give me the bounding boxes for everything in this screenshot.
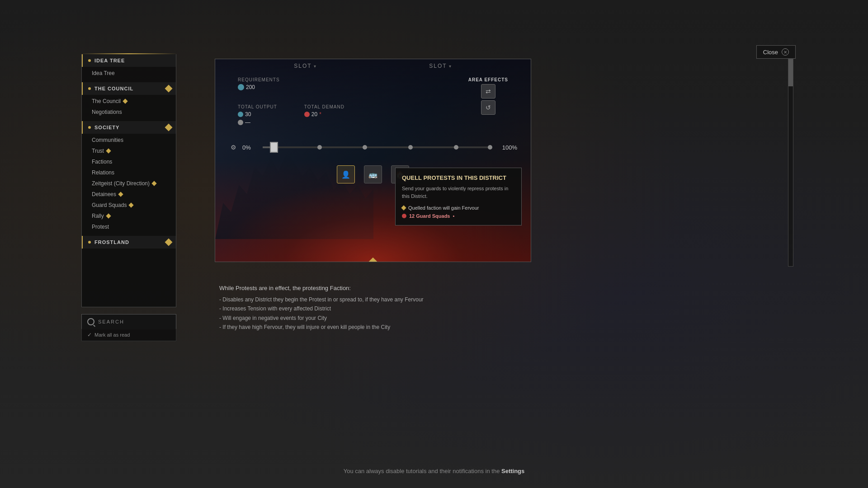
requirements-number: 200 — [246, 84, 255, 90]
sidebar-header-idea-tree: IDEA TREE — [82, 54, 176, 67]
tooltip-effect-row: Quelled faction will gain Fervour — [402, 205, 515, 211]
slider-dot-4 — [454, 145, 458, 150]
total-output-value: 30 — [238, 111, 277, 117]
sidebar-item-negotiations[interactable]: Negotiations — [82, 107, 176, 117]
sidebar-item-label-trust: Trust — [92, 148, 104, 154]
section-divider-1 — [82, 79, 176, 82]
search-bar[interactable]: SEARCH — [81, 314, 176, 329]
slider-handle[interactable] — [270, 142, 278, 153]
area-effect-icon-2: ↺ — [481, 100, 495, 115]
action-icon-transport[interactable]: 🚌 — [364, 165, 382, 183]
sidebar-item-label-guard-squads: Guard Squads — [92, 202, 127, 208]
total-output-secondary: — — [238, 119, 277, 126]
bus-icon: 🚌 — [368, 170, 377, 179]
sidebar-section-society: SOCIETY Communities Trust Factions Relat… — [82, 121, 176, 232]
sidebar-section-frostland: FROSTLAND — [82, 236, 176, 249]
total-output-section: TOTAL OUTPUT 30 — — [238, 104, 277, 126]
sidebar-header-society: SOCIETY — [82, 121, 176, 134]
tooltip-title: QUELL PROTESTS IN THIS DISTRICT — [402, 174, 515, 181]
slider-dot-1 — [317, 145, 322, 150]
frostland-diamond-icon — [165, 239, 173, 246]
sidebar-header-council: THE COUNCIL — [82, 82, 176, 95]
slot-left-label: SLOT ▾ — [294, 63, 316, 69]
society-diamond-icon — [165, 124, 173, 131]
close-label: Close — [763, 49, 778, 56]
guard-squads-diamond — [129, 202, 134, 207]
slider-track[interactable] — [263, 146, 490, 148]
sidebar-item-label-communities: Communities — [92, 137, 123, 143]
area-effects-label: AREA EFFECTS — [468, 77, 508, 82]
sidebar-item-trust[interactable]: Trust — [82, 145, 176, 156]
slot-right-text: SLOT — [429, 63, 447, 69]
sidebar-item-label-protest: Protest — [92, 224, 109, 230]
action-icon-person[interactable]: 👤 — [337, 165, 355, 183]
person-icon: 👤 — [341, 170, 350, 179]
sidebar-item-factions[interactable]: Factions — [82, 156, 176, 167]
requirements-section: REQUIREMENTS 200 — [238, 77, 280, 90]
area-effects-section: AREA EFFECTS ⇄ ↺ — [468, 77, 508, 115]
demand-number: 20 — [311, 111, 317, 117]
slot-right-label: SLOT ▾ — [429, 63, 452, 69]
description-line-1: - Disables any District they begin the P… — [219, 295, 527, 304]
council-diamond-icon — [165, 85, 173, 93]
sidebar-item-label-negotiations: Negotiations — [92, 109, 122, 115]
area-effect-icon-1: ⇄ — [481, 84, 495, 99]
search-label: SEARCH — [98, 319, 124, 324]
tooltip-effect-text: Quelled faction will gain Fervour — [408, 205, 479, 211]
sidebar-item-label-detainees: Detainees — [92, 191, 116, 197]
slider-pct-left: 0% — [242, 144, 258, 151]
scrollbar[interactable] — [788, 59, 793, 267]
demand-icon — [304, 112, 310, 117]
tooltip-cost-dot — [402, 214, 406, 218]
section-dot-society — [88, 126, 91, 129]
sidebar-item-the-council[interactable]: The Council — [82, 96, 176, 107]
output-demand-row: TOTAL OUTPUT 30 — TOTAL DEMAND 20 * — [238, 104, 344, 126]
scrollbar-thumb[interactable] — [788, 59, 793, 86]
sidebar-item-detainees[interactable]: Detainees — [82, 189, 176, 200]
sidebar-item-rally[interactable]: Rally — [82, 211, 176, 221]
settings-link[interactable]: Settings — [501, 468, 524, 474]
sidebar-item-protest[interactable]: Protest — [82, 221, 176, 232]
total-demand-section: TOTAL DEMAND 20 * — [304, 104, 344, 126]
total-demand-value: 20 * — [304, 111, 344, 117]
game-panel: SLOT ▾ SLOT ▾ REQUIREMENTS 200 AREA EFFE… — [215, 59, 531, 262]
output-icon — [238, 112, 243, 117]
game-image-area: SLOT ▾ SLOT ▾ REQUIREMENTS 200 AREA EFFE… — [215, 59, 531, 262]
sidebar-section-council: THE COUNCIL The Council Negotiations — [82, 82, 176, 117]
sidebar-item-relations[interactable]: Relations — [82, 167, 176, 178]
search-icon — [87, 318, 94, 325]
detainees-diamond — [118, 192, 123, 197]
tooltip: QUELL PROTESTS IN THIS DISTRICT Send you… — [395, 168, 522, 225]
description-intro: While Protests are in effect, the protes… — [219, 285, 527, 291]
mark-all-read-bar[interactable]: ✓ Mark all as read — [81, 329, 176, 341]
output-secondary-icon — [238, 120, 243, 125]
slider-dot-3 — [408, 145, 413, 150]
sidebar-section-label-idea-tree: IDEA TREE — [94, 58, 125, 63]
tooltip-diamond-icon — [401, 205, 406, 210]
slot-left-arrow: ▾ — [314, 64, 317, 69]
slot-right-arrow: ▾ — [449, 64, 452, 69]
close-button[interactable]: Close ✕ — [756, 45, 796, 59]
slider-pct-right: 100% — [495, 144, 517, 151]
description-area: While Protests are in effect, the protes… — [215, 276, 531, 341]
sidebar-item-label-idea-tree: Idea Tree — [92, 70, 115, 76]
sidebar-item-idea-tree[interactable]: Idea Tree — [82, 68, 176, 79]
section-dot-frostland — [88, 241, 91, 244]
sidebar-item-label-the-council: The Council — [92, 98, 121, 104]
slider-dot-2 — [363, 145, 367, 150]
section-dot — [88, 59, 91, 62]
sidebar-item-guard-squads[interactable]: Guard Squads — [82, 200, 176, 211]
mark-all-read-label: Mark all as read — [94, 332, 130, 338]
sidebar-item-label-rally: Rally — [92, 213, 104, 219]
description-line-3: - Will engage in negative events for you… — [219, 314, 527, 323]
sidebar-section-label-council: THE COUNCIL — [94, 86, 133, 91]
sidebar-item-communities[interactable]: Communities — [82, 135, 176, 145]
description-line-4: - If they have high Fervour, they will i… — [219, 323, 527, 332]
requirements-label: REQUIREMENTS — [238, 77, 280, 82]
sidebar-item-zeitgeist[interactable]: Zeitgeist (City Direction) — [82, 178, 176, 189]
slot-headers: SLOT ▾ SLOT ▾ — [215, 63, 531, 69]
slider-area[interactable]: ⚙ 0% 100% — [229, 143, 517, 152]
close-icon: ✕ — [782, 48, 789, 56]
section-divider-2 — [82, 117, 176, 121]
section-divider-3 — [82, 232, 176, 236]
